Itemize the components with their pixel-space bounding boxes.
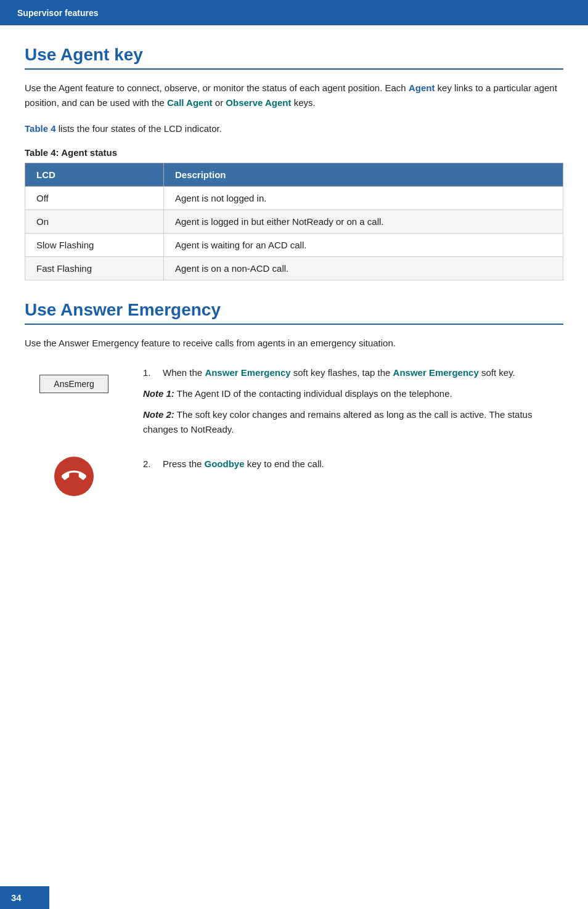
step-note-1: Note 1: The Agent ID of the contacting i… (143, 386, 563, 401)
desc-cell: Agent is not logged in. (163, 187, 563, 210)
lcd-cell: Off (25, 187, 164, 210)
step-note-2: Note 2: The soft key color changes and r… (143, 407, 563, 437)
table-label: Table 4: Agent status (25, 147, 563, 158)
page-footer: 34 (0, 886, 49, 909)
ans-emerg-button[interactable]: AnsEmerg (39, 375, 108, 393)
col-lcd: LCD (25, 163, 164, 187)
note-label: Note 2: (143, 409, 174, 420)
table-ref-after: lists the four states of the LCD indicat… (56, 123, 222, 134)
section1-title: Use Agent key (25, 45, 563, 70)
step-num: 1. (143, 365, 157, 380)
section1-intro3: or (213, 97, 226, 108)
table-header-row: LCD Description (25, 163, 563, 187)
section2-title: Use Answer Emergency (25, 300, 563, 325)
step-bold2: Answer Emergency (393, 367, 479, 378)
goodbye-phone-icon (54, 457, 94, 496)
lcd-cell: Fast Flashing (25, 257, 164, 280)
table4-ref[interactable]: Table 4 (25, 123, 56, 134)
observe-agent-keyword[interactable]: Observe Agent (226, 97, 291, 108)
step-number-row: 1.When the Answer Emergency soft key fla… (143, 365, 563, 380)
lcd-cell: On (25, 210, 164, 234)
step-bold1: Goodbye (205, 459, 245, 469)
agent-status-table: LCD Description OffAgent is not logged i… (25, 163, 563, 280)
section1-intro-text: Use the Agent feature to connect, observ… (25, 83, 409, 93)
col-description: Description (163, 163, 563, 187)
section1-intro: Use the Agent feature to connect, observ… (25, 81, 563, 110)
header-label: Supervisor features (17, 8, 99, 18)
table-row: OffAgent is not logged in. (25, 187, 563, 210)
step-image-2 (25, 457, 123, 496)
agent-keyword[interactable]: Agent (409, 83, 435, 93)
step-image-1: AnsEmerg (25, 365, 123, 402)
page-number: 34 (11, 892, 22, 903)
step-bold1: Answer Emergency (205, 367, 290, 378)
table-row: Slow FlashingAgent is waiting for an ACD… (25, 234, 563, 257)
header-bar: Supervisor features (0, 0, 588, 25)
step-num: 2. (143, 457, 157, 471)
lcd-cell: Slow Flashing (25, 234, 164, 257)
step-content-2: 2.Press the Goodbye key to end the call. (143, 457, 563, 471)
section2-intro: Use the Answer Emergency feature to rece… (25, 336, 563, 351)
desc-cell: Agent is logged in but either NotReady o… (163, 210, 563, 234)
step-row: AnsEmerg1.When the Answer Emergency soft… (25, 365, 563, 437)
main-content: Use Agent key Use the Agent feature to c… (0, 45, 588, 533)
desc-cell: Agent is on a non-ACD call. (163, 257, 563, 280)
steps-section: AnsEmerg1.When the Answer Emergency soft… (25, 365, 563, 496)
table-ref-para: Table 4 lists the four states of the LCD… (25, 121, 563, 136)
desc-cell: Agent is waiting for an ACD call. (163, 234, 563, 257)
note-label: Note 1: (143, 388, 174, 399)
table-row: OnAgent is logged in but either NotReady… (25, 210, 563, 234)
step-number-row: 2.Press the Goodbye key to end the call. (143, 457, 563, 471)
step-text: When the Answer Emergency soft key flash… (163, 365, 515, 380)
step-row: 2.Press the Goodbye key to end the call. (25, 457, 563, 496)
step-content-1: 1.When the Answer Emergency soft key fla… (143, 365, 563, 437)
table-row: Fast FlashingAgent is on a non-ACD call. (25, 257, 563, 280)
section1-intro4: keys. (291, 97, 315, 108)
step-text: Press the Goodbye key to end the call. (163, 457, 324, 471)
call-agent-keyword[interactable]: Call Agent (167, 97, 213, 108)
